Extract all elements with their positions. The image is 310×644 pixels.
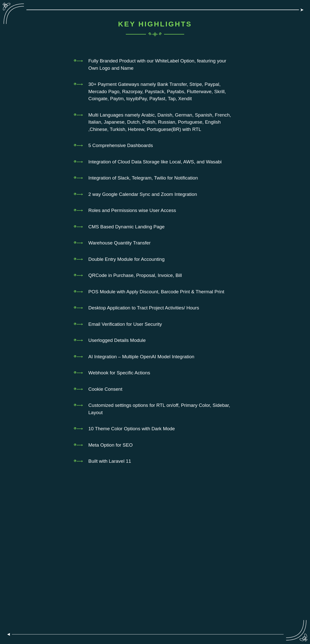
item-text: Email Verification for User Security [88,321,162,328]
bullet-floral-icon [73,289,83,295]
item-text: 10 Theme Color Options with Dark Mode [88,425,175,433]
item-text: 30+ Payment Gateways namely Bank Transfe… [88,81,237,102]
bullet-icon [73,289,83,295]
item-text: Userlogged Details Module [88,337,146,344]
floral-divider [147,31,163,38]
bullet-icon [73,386,83,392]
item-text: Built with Laravel 11 [88,458,131,465]
bullet-floral-icon [73,159,83,165]
list-item: Customized settings options for RTL on/o… [71,397,239,421]
bullet-floral-icon [73,272,83,278]
list-item: 10 Theme Color Options with Dark Mode [71,421,239,437]
list-item: Multi Languages namely Arabic, Danish, G… [71,107,239,138]
item-text: Desktop Application to Tract Project Act… [88,304,199,312]
bullet-icon [73,321,83,327]
item-text: POS Module with Apply Discount, Barcode … [88,288,224,296]
bullet-icon [73,256,83,262]
item-text: Double Entry Module for Accounting [88,256,165,263]
bullet-icon [73,159,83,165]
bullet-icon [73,191,83,197]
bullet-icon [73,207,83,213]
bullet-icon [73,337,83,343]
list-item: Fully Branded Product with our WhiteLabe… [71,53,239,76]
svg-point-2 [6,3,11,6]
header-section: KEY HIGHLIGHTS [71,0,239,45]
bullet-icon [73,370,83,376]
bullet-floral-icon [73,191,83,197]
item-text: 2 way Google Calendar Sync and Zoom Inte… [88,191,197,198]
bullet-icon [73,240,83,246]
bullet-icon [73,175,83,181]
bullet-floral-icon [73,305,83,311]
list-item: Email Verification for User Security [71,316,239,333]
bullet-floral-icon [73,337,83,343]
item-text: AI Integration – Multiple OpenAI Model I… [88,353,194,361]
bullet-floral-icon [73,386,83,392]
items-list: Fully Branded Product with our WhiteLabe… [71,53,239,470]
svg-point-10 [154,34,156,35]
bullet-floral-icon [73,321,83,327]
page-title: KEY HIGHLIGHTS [71,20,239,28]
bullet-icon [73,458,83,464]
item-text: Warehouse Quantity Transfer [88,239,150,247]
list-item: 5 Comprehensive Dashboards [71,137,239,154]
bullet-floral-icon [73,142,83,149]
list-item: 30+ Payment Gateways namely Bank Transfe… [71,76,239,107]
list-item: Cookie Consent [71,381,239,398]
item-text: QRCode in Purchase, Proposal, Invoice, B… [88,272,182,279]
bullet-icon [73,142,83,149]
list-item: CMS Based Dynamic Landing Page [71,219,239,235]
bullet-icon [73,58,83,64]
list-item: POS Module with Apply Discount, Barcode … [71,284,239,300]
bullet-icon [73,305,83,311]
bullet-floral-icon [73,442,83,448]
item-text: Fully Branded Product with our WhiteLabe… [88,57,237,72]
header-ornament [71,31,239,38]
bullet-icon [73,112,83,118]
list-item: Built with Laravel 11 [71,453,239,470]
bullet-floral-icon [73,256,83,262]
item-text: Integration of Cloud Data Storage like L… [88,158,222,166]
list-item: Userlogged Details Module [71,332,239,349]
bullet-floral-icon [73,240,83,246]
svg-point-3 [3,6,6,11]
list-item: Webhook for Specific Actions [71,365,239,381]
bullet-icon [73,81,83,87]
item-text: Webhook for Specific Actions [88,369,150,377]
item-text: Multi Languages namely Arabic, Danish, G… [88,112,237,133]
bullet-floral-icon [73,354,83,360]
list-item: AI Integration – Multiple OpenAI Model I… [71,349,239,365]
bullet-floral-icon [73,224,83,230]
bullet-icon [73,426,83,432]
svg-point-7 [304,633,307,638]
item-text: CMS Based Dynamic Landing Page [88,223,165,231]
bullet-floral-icon [73,458,83,464]
item-text: Integration of Slack, Telegram, Twilio f… [88,174,198,182]
bullet-floral-icon [73,426,83,432]
svg-point-11 [160,33,161,34]
item-text: Cookie Consent [88,386,122,393]
bullet-icon [73,224,83,230]
item-text: 5 Comprehensive Dashboards [88,142,153,149]
list-item: Warehouse Quantity Transfer [71,235,239,251]
item-text: Meta Option for SEO [88,442,133,449]
bullet-floral-icon [73,112,83,118]
list-item: Meta Option for SEO [71,437,239,453]
bullet-icon [73,442,83,448]
list-item: Double Entry Module for Accounting [71,251,239,268]
bullet-floral-icon [73,370,83,376]
list-item: 2 way Google Calendar Sync and Zoom Inte… [71,186,239,203]
bullet-floral-icon [73,58,83,64]
item-text: Customized settings options for RTL on/o… [88,402,237,416]
svg-point-6 [299,638,304,641]
item-text: Roles and Permissions wise User Access [88,207,176,214]
bullet-icon [73,272,83,278]
bullet-floral-icon [73,207,83,213]
corner-tl-ornament [1,1,26,26]
svg-point-8 [149,33,151,34]
list-item: QRCode in Purchase, Proposal, Invoice, B… [71,267,239,284]
bullet-floral-icon [73,402,83,408]
list-item: Integration of Cloud Data Storage like L… [71,154,239,170]
bullet-icon [73,402,83,408]
corner-br-ornament [284,618,309,643]
